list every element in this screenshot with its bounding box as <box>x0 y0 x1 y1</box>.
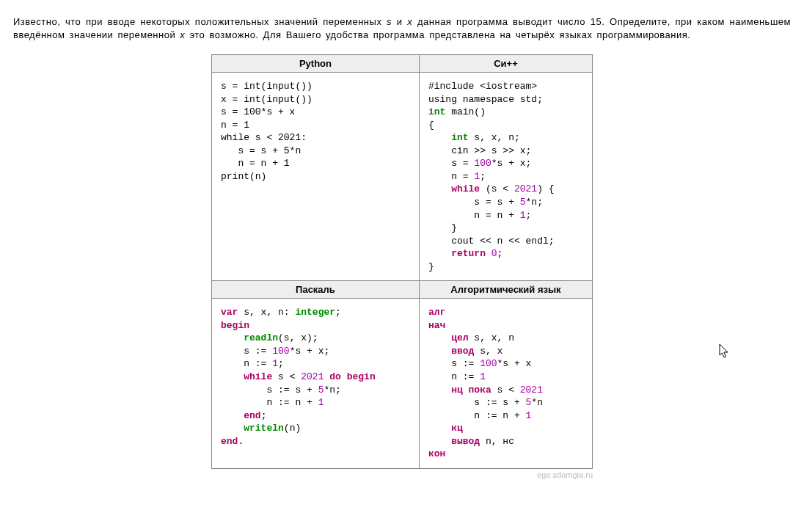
code-row-1: s = int(input()) x = int(input()) s = 10… <box>212 73 593 281</box>
cell-cpp: #include <iostream> using namespace std;… <box>419 73 592 281</box>
problem-text-1: Известно, что при вводе некоторых положи… <box>13 16 387 27</box>
cell-python: s = int(input()) x = int(input()) s = 10… <box>212 73 420 281</box>
cursor-icon <box>719 343 731 360</box>
footer-source: ege.sdamgia.ru <box>13 470 791 479</box>
code-python: s = int(input()) x = int(input()) s = 10… <box>221 80 410 183</box>
code-cpp: #include <iostream> using namespace std;… <box>428 80 583 273</box>
problem-text-4: это возможно. Для Вашего удобства програ… <box>185 29 690 40</box>
header-python: Python <box>212 55 420 73</box>
code-table: Python Си++ s = int(input()) x = int(inp… <box>211 54 593 469</box>
code-row-2: var s, x, n: integer; begin readln(s, x)… <box>212 299 593 469</box>
header-alg: Алгоритмический язык <box>419 281 592 299</box>
problem-statement: Известно, что при вводе некоторых положи… <box>13 15 791 41</box>
code-pascal: var s, x, n: integer; begin readln(s, x)… <box>221 306 410 448</box>
header-row-2: Паскаль Алгоритмический язык <box>212 281 593 299</box>
cell-alg: алг нач цел s, x, n ввод s, x s := 100*s… <box>419 299 592 469</box>
code-alg: алг нач цел s, x, n ввод s, x s := 100*s… <box>428 306 583 461</box>
header-row-1: Python Си++ <box>212 55 593 73</box>
cell-pascal: var s, x, n: integer; begin readln(s, x)… <box>212 299 420 469</box>
header-pascal: Паскаль <box>212 281 420 299</box>
page: Известно, что при вводе некоторых положи… <box>0 0 804 532</box>
header-cpp: Си++ <box>419 55 592 73</box>
problem-text-2: и <box>392 16 407 27</box>
